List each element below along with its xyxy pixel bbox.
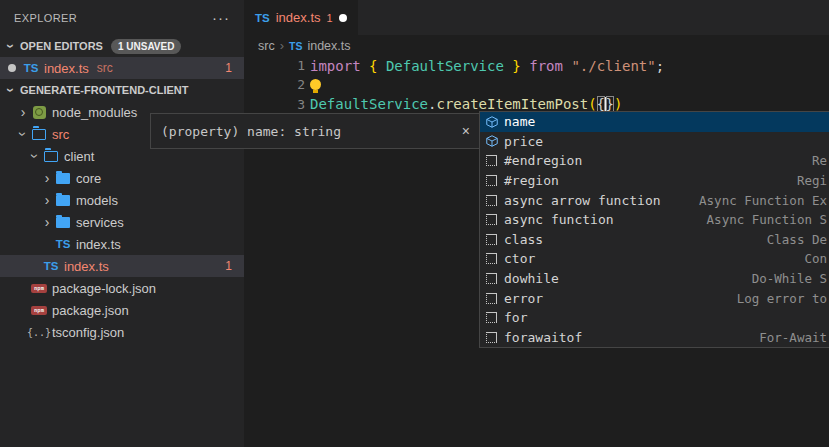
code-token: DefaultService [310,96,428,112]
tree-item-index-ts[interactable]: ›TSindex.ts1 [0,255,244,277]
code-token: "./client" [571,58,655,74]
suggest-item-detail: Do-While S [752,271,827,286]
modified-dot-icon [8,64,16,72]
typescript-icon: TS [289,40,302,52]
json-icon: {..} [30,327,48,338]
suggest-item-detail: For-Await [759,330,827,345]
folder-open-icon [30,129,48,140]
open-editors-header[interactable]: › OPEN EDITORS 1 UNSAVED [0,35,244,57]
code-line-2[interactable]: 2 [244,75,829,94]
chevron-right-icon: › [16,105,30,119]
open-editors-label: OPEN EDITORS [20,40,103,52]
snippet-icon [483,312,500,323]
suggest-item-ctor[interactable]: ctorCon [480,249,829,269]
close-icon[interactable]: × [462,123,470,139]
line-number: 1 [244,58,310,73]
workspace-header[interactable]: › GENERATE-FRONTEND-CLIENT [0,79,244,101]
workspace-label: GENERATE-FRONTEND-CLIENT [20,84,188,96]
tree-item-label: node_modules [52,105,137,120]
chevron-down-icon: › [4,83,18,97]
suggest-item-detail: Regi [797,173,827,188]
suggest-widget: nameprice#endregionRe#regionRegiasync ar… [479,111,829,348]
open-editor-file-name: index.ts [44,61,89,76]
snippet-icon [483,214,500,225]
chevron-right-icon: › [40,215,54,229]
line-number: 3 [244,97,310,112]
suggest-item-detail: Async Function S [707,212,827,227]
code-text [310,77,321,93]
snippet-icon [483,234,500,245]
suggest-item-for[interactable]: for [480,308,829,328]
chevron-right-icon: › [40,193,54,207]
suggest-item-label: dowhile [504,271,559,286]
explorer-title: EXPLORER [14,12,77,24]
tree-item-package-json[interactable]: ›npmpackage.json [0,299,244,321]
npm-icon: npm [30,284,48,293]
tree-item-models[interactable]: ›models [0,189,244,211]
typescript-icon: TS [42,260,60,272]
unsaved-dot-icon[interactable] [339,14,347,22]
suggest-item-name[interactable]: name [480,112,829,132]
suggest-item-class[interactable]: classClass De [480,230,829,250]
lightbulb-icon[interactable] [310,79,321,90]
breadcrumb-file[interactable]: index.ts [307,39,350,53]
typescript-icon: TS [22,62,40,74]
code-token: ( [588,96,596,112]
folder-open-icon [42,151,60,162]
tree-item-label: client [64,149,94,164]
suggest-item-async-arrow-function[interactable]: async arrow functionAsync Function Ex [480,190,829,210]
breadcrumb-separator-icon: › [280,38,284,53]
code-token [521,58,529,74]
tree-item-label: index.ts [64,259,109,274]
npm-icon: npm [30,306,48,315]
suggest-item-forawaitof[interactable]: forawaitofFor-Await [480,328,829,348]
breadcrumb-folder[interactable]: src [258,39,275,53]
suggest-item-dowhile[interactable]: dowhileDo-While S [480,269,829,289]
code-text: import { DefaultService } from "./client… [310,58,664,74]
tree-item-services[interactable]: ›services [0,211,244,233]
snippet-icon [483,175,500,186]
tab-index-ts[interactable]: TS index.ts 1 [244,0,358,35]
error-count-badge: 1 [225,259,232,273]
suggest-item--endregion[interactable]: #endregionRe [480,151,829,171]
code-token: } [606,96,614,112]
suggest-item-async-function[interactable]: async functionAsync Function S [480,210,829,230]
folder-icon [54,195,72,206]
suggest-item-error[interactable]: errorLog error to [480,288,829,308]
error-count-badge: 1 [225,61,232,75]
typescript-icon: TS [54,238,72,250]
suggest-item-label: error [504,291,543,306]
tree-item-tsconfig-json[interactable]: ›{..}tsconfig.json [0,321,244,343]
chevron-down-icon: › [16,127,30,141]
code-token: import [310,58,369,74]
tab-error-count: 1 [327,12,333,24]
code-editor[interactable]: 1import { DefaultService } from "./clien… [244,56,829,114]
tooltip-text: (property) name: string [161,124,341,139]
open-editor-item-index-ts[interactable]: TS index.ts src 1 [0,57,244,79]
snippet-icon [483,155,500,166]
suggest-item-detail: Class De [767,232,827,247]
code-token: createItemItemPost [436,96,588,112]
more-actions-icon[interactable]: ··· [212,9,230,26]
snippet-icon [483,293,500,304]
code-line-1[interactable]: 1import { DefaultService } from "./clien… [244,56,829,75]
code-token [377,58,385,74]
snippet-icon [483,332,500,343]
suggest-item-label: forawaitof [504,330,582,345]
unsaved-badge: 1 UNSAVED [111,39,182,54]
tree-item-index-ts[interactable]: ›TSindex.ts [0,233,244,255]
suggest-item-label: async function [504,212,614,227]
tree-item-label: core [76,171,101,186]
code-token: ) [614,96,622,112]
suggest-item-label: ctor [504,251,535,266]
suggest-item-label: class [504,232,543,247]
hover-tooltip: (property) name: string × [150,113,481,149]
suggest-item-detail: Re [812,153,827,168]
chevron-down-icon: › [4,39,18,53]
suggest-item-price[interactable]: price [480,132,829,152]
tree-item-package-lock-json[interactable]: ›npmpackage-lock.json [0,277,244,299]
suggest-item-detail: Log error to [737,291,827,306]
chevron-right-icon: › [40,171,54,185]
tree-item-core[interactable]: ›core [0,167,244,189]
suggest-item--region[interactable]: #regionRegi [480,171,829,191]
